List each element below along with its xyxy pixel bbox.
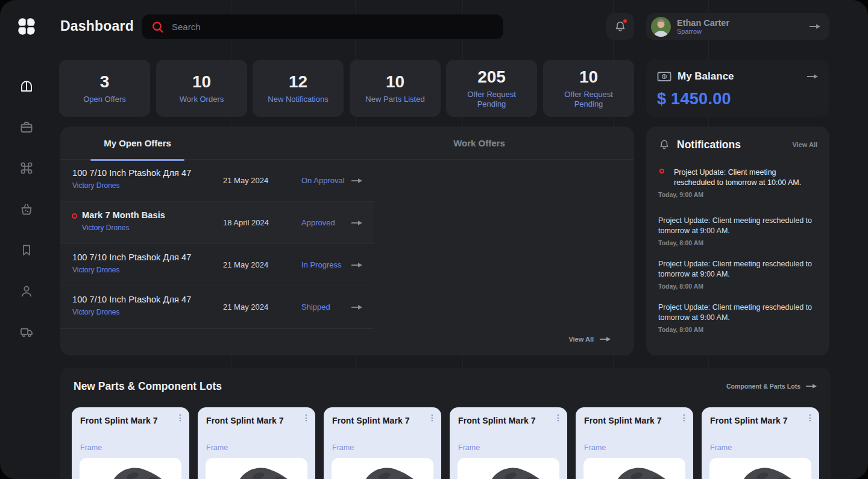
offer-arrow-icon[interactable] xyxy=(351,178,363,184)
offer-company-link[interactable]: Victory Drones xyxy=(72,181,191,190)
part-card[interactable]: Front Splint Mark 7 ⋮ Frame xyxy=(450,407,567,479)
offer-status: In Progress xyxy=(301,260,341,269)
search-input[interactable] xyxy=(172,22,494,32)
offers-view-all-button[interactable]: View All xyxy=(568,336,611,343)
part-card[interactable]: Front Splint Mark 7 ⋮ Frame xyxy=(324,407,441,479)
notification-item[interactable]: Project Update: Client meeting reschedul… xyxy=(658,216,817,246)
notification-time: Today, 9:00 AM xyxy=(658,191,817,198)
offer-arrow-icon[interactable] xyxy=(351,304,363,310)
page-title: Dashboard xyxy=(60,18,134,34)
offer-row[interactable]: 100 7/10 Inch Ptashok Для 47 Victory Dro… xyxy=(60,244,374,286)
part-card[interactable]: Front Splint Mark 7 ⋮ Frame xyxy=(72,407,189,479)
notification-item[interactable]: Project Update: Client meeting reschedul… xyxy=(658,167,817,198)
kebab-menu-icon[interactable]: ⋮ xyxy=(680,416,686,419)
part-title: Front Splint Mark 7 xyxy=(332,416,433,425)
notifications-button[interactable] xyxy=(606,13,634,40)
app-logo-icon[interactable] xyxy=(17,17,36,36)
part-category: Frame xyxy=(206,443,228,452)
user-profile[interactable]: Ethan Carter Sparrow xyxy=(646,13,829,40)
part-title: Front Splint Mark 7 xyxy=(80,416,181,425)
parts-section-title: New Parts & Component Lots xyxy=(74,380,726,393)
stat-value: 3 xyxy=(100,72,110,92)
offer-company-link[interactable]: Victory Drones xyxy=(72,224,165,232)
part-image xyxy=(709,458,811,479)
stat-value: 205 xyxy=(477,67,506,87)
notification-time: Today, 8:00 AM xyxy=(658,326,817,333)
notifications-panel: Notifications View All Project Update: C… xyxy=(646,127,829,355)
kebab-menu-icon[interactable]: ⋮ xyxy=(302,416,308,419)
sidebar-item-bookmark[interactable] xyxy=(19,243,34,257)
balance-arrow-icon[interactable] xyxy=(807,74,819,80)
offer-status: Shipped xyxy=(301,302,330,312)
offers-tabbar: My Open Offers Work Offers xyxy=(60,127,634,160)
dashboard-app: Dashboard Ethan xyxy=(0,0,868,479)
kebab-menu-icon[interactable]: ⋮ xyxy=(554,416,560,419)
view-all-label: View All xyxy=(568,336,594,343)
part-card[interactable]: Front Splint Mark 7 ⋮ Frame xyxy=(576,407,693,479)
kebab-menu-icon[interactable]: ⋮ xyxy=(176,416,182,419)
offer-date: 18 April 2024 xyxy=(223,218,269,227)
offer-row[interactable]: 100 7/10 Inch Ptashok Для 47 Victory Dro… xyxy=(60,160,374,202)
sidebar-item-command[interactable] xyxy=(19,161,34,175)
stat-card[interactable]: 10 Offer Request Pending xyxy=(543,60,634,117)
part-image xyxy=(206,458,307,479)
kebab-menu-icon[interactable]: ⋮ xyxy=(806,416,812,419)
offer-title: 100 7/10 Inch Ptashok Для 47 xyxy=(72,168,191,178)
sidebar-item-truck[interactable] xyxy=(19,325,34,339)
tab-my-open-offers[interactable]: My Open Offers xyxy=(90,127,184,160)
stat-card[interactable]: 3 Open Offers xyxy=(59,60,150,117)
offer-company-link[interactable]: Victory Drones xyxy=(72,266,191,274)
notifications-view-all-button[interactable]: View All xyxy=(792,141,817,148)
bell-icon xyxy=(614,20,627,33)
notification-badge xyxy=(623,19,627,23)
sidebar-item-basket[interactable] xyxy=(19,202,34,216)
part-image xyxy=(583,458,685,479)
notification-item[interactable]: Project Update: Client meeting reschedul… xyxy=(658,302,817,333)
parts-lots-link[interactable]: Component & Parts Lots xyxy=(726,383,817,390)
tab-work-offers[interactable]: Work Offers xyxy=(422,127,536,160)
offer-title: 100 7/10 Inch Ptashok Для 47 xyxy=(72,252,191,262)
part-title: Front Splint Mark 7 xyxy=(206,416,307,425)
stat-card[interactable]: 205 Offer Request Pending xyxy=(446,60,537,117)
part-category: Frame xyxy=(332,443,354,452)
stat-label: Offer Request Pending xyxy=(550,90,628,110)
offers-list: 100 7/10 Inch Ptashok Для 47 Victory Dro… xyxy=(60,160,374,328)
offer-arrow-icon[interactable] xyxy=(351,220,363,226)
part-image xyxy=(80,458,181,479)
part-card[interactable]: Front Splint Mark 7 ⋮ Frame xyxy=(198,407,315,479)
stat-card[interactable]: 10 Work Orders xyxy=(156,60,247,117)
notification-item[interactable]: Project Update: Client meeting reschedul… xyxy=(658,259,817,290)
unread-indicator-icon xyxy=(659,169,664,174)
stat-label: New Notifications xyxy=(268,95,328,104)
offer-arrow-icon[interactable] xyxy=(351,262,363,268)
sidebar-item-book[interactable] xyxy=(19,79,34,93)
part-card[interactable]: Front Splint Mark 7 ⋮ Frame xyxy=(702,407,819,479)
offer-row[interactable]: 100 7/10 Inch Ptashok Для 47 Victory Dro… xyxy=(60,286,374,328)
stat-value: 10 xyxy=(386,72,404,92)
notification-text: Project Update: Client meeting reschedul… xyxy=(658,302,817,322)
stat-card[interactable]: 12 New Notifications xyxy=(253,60,344,117)
offers-panel: My Open Offers Work Offers 100 7/10 Inch… xyxy=(60,127,634,355)
search-bar[interactable] xyxy=(142,14,503,39)
offer-company-link[interactable]: Victory Drones xyxy=(72,308,191,316)
stat-label: Offer Request Pending xyxy=(453,90,531,110)
balance-card[interactable]: My Balance $ 1450.00 xyxy=(646,60,829,117)
stat-value: 10 xyxy=(579,67,598,87)
offer-title: Mark 7 Month Basis xyxy=(72,210,165,220)
stat-label: New Parts Listed xyxy=(365,95,424,104)
offer-title: 100 7/10 Inch Ptashok Для 47 xyxy=(72,295,191,304)
balance-title: My Balance xyxy=(678,70,800,83)
arrow-right-icon xyxy=(599,336,611,342)
user-company: Sparrow xyxy=(677,28,729,35)
stat-value: 12 xyxy=(289,72,307,92)
sidebar-item-user[interactable] xyxy=(19,284,34,298)
kebab-menu-icon[interactable]: ⋮ xyxy=(428,416,434,419)
sidebar-item-briefcase[interactable] xyxy=(19,120,34,134)
notification-text: Project Update: Client meeting reschedul… xyxy=(658,259,817,279)
stat-card[interactable]: 10 New Parts Listed xyxy=(350,60,441,117)
part-title: Front Splint Mark 7 xyxy=(458,416,559,425)
offer-date: 21 May 2024 xyxy=(223,176,268,185)
stat-value: 10 xyxy=(192,72,211,92)
offer-row[interactable]: Mark 7 Month Basis Victory Drones 18 Apr… xyxy=(60,202,374,244)
notification-time: Today, 8:00 AM xyxy=(658,283,817,290)
